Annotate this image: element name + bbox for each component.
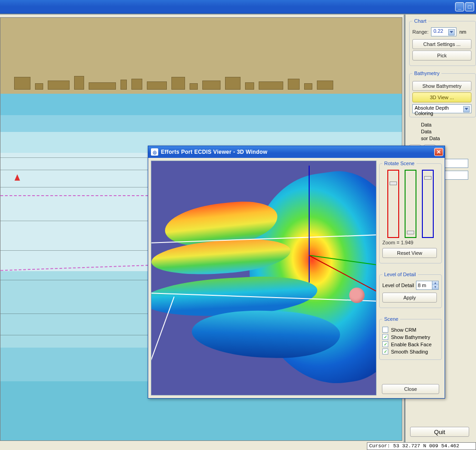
chevron-down-icon <box>450 31 453 33</box>
scene-group: Scene Show CRM ✓ Show Bathymetry ✓ Enabl… <box>379 316 442 360</box>
lod-spinner[interactable]: ▲ ▼ <box>416 281 439 290</box>
quit-button[interactable]: Quit <box>410 427 469 437</box>
lod-label: Level of Detail <box>382 283 414 288</box>
back-face-checkbox[interactable]: ✓ <box>382 341 388 347</box>
dialog-close-button[interactable]: ✕ <box>434 148 443 156</box>
scene-legend: Scene <box>382 316 400 322</box>
sidebar-text-data1: Data <box>421 122 476 127</box>
app-icon: ◎ <box>151 148 158 156</box>
sidebar-text-sor: sor Data <box>421 136 476 141</box>
chart-group: Chart Range: 0.22 nm Chart Settings ... … <box>409 18 476 66</box>
lod-group: Level of Detail Level of Detail ▲ ▼ Appl… <box>379 272 442 308</box>
smooth-shading-checkbox[interactable]: ✓ <box>382 349 388 354</box>
3d-render-viewport[interactable] <box>151 161 376 395</box>
rotate-y-slider[interactable] <box>405 170 416 238</box>
close-button[interactable]: Close <box>382 384 439 394</box>
dialog-titlebar[interactable]: ◎ Efforts Port ECDIS Viewer - 3D Window … <box>148 146 445 158</box>
beacon-icon <box>15 174 20 181</box>
rotate-z-slider[interactable] <box>422 170 434 238</box>
maximize-button[interactable]: □ <box>465 2 474 11</box>
show-bathy-label: Show Bathymetry <box>391 334 430 340</box>
chevron-down-icon <box>465 108 468 110</box>
spinner-up-icon[interactable]: ▲ <box>432 281 438 285</box>
rotate-x-slider[interactable] <box>387 170 399 238</box>
position-marker-icon <box>349 288 365 303</box>
3d-window-dialog: ◎ Efforts Port ECDIS Viewer - 3D Window … <box>148 146 445 399</box>
rotate-legend: Rotate Scene <box>382 161 416 166</box>
smooth-shading-label: Smooth Shading <box>391 349 428 354</box>
cursor-position: Cursor: 53 32.727 N 009 54.462 <box>369 443 459 449</box>
show-crm-label: Show CRM <box>391 327 416 333</box>
bathymetry-group: Bathymetry Show Bathymetry 3D View ... A… <box>409 71 476 117</box>
range-value: 0.22 <box>433 28 443 34</box>
zoom-label: Zoom = 1.949 <box>382 240 439 245</box>
app-titlebar: _ □ <box>0 0 476 14</box>
reset-view-button[interactable]: Reset View <box>382 248 437 258</box>
chart-group-legend: Chart <box>412 18 428 24</box>
status-bar: Cursor: 53 32.727 N 009 54.462 <box>367 442 476 450</box>
apply-button[interactable]: Apply <box>382 293 437 303</box>
bathy-group-legend: Bathymetry <box>412 71 441 76</box>
rotate-scene-group: Rotate Scene Zoom = 1.949 Reset View <box>379 161 442 263</box>
show-bathymetry-button[interactable]: Show Bathymetry <box>412 81 471 91</box>
range-label: Range: <box>412 29 428 35</box>
range-unit: nm <box>459 29 466 35</box>
dialog-title: Efforts Port ECDIS Viewer - 3D Window <box>161 149 431 155</box>
show-bathy-checkbox[interactable]: ✓ <box>382 334 388 340</box>
3d-side-panel: Rotate Scene Zoom = 1.949 Reset View Lev… <box>379 161 442 395</box>
sidebar-text-data2: Data <box>421 129 476 134</box>
coloring-value: Absolute Depth Coloring <box>415 105 449 116</box>
chart-settings-button[interactable]: Chart Settings ... <box>412 39 471 49</box>
minimize-button[interactable]: _ <box>455 2 464 11</box>
coloring-combo[interactable]: Absolute Depth Coloring <box>412 104 471 113</box>
back-face-label: Enable Back Face <box>391 342 431 347</box>
pick-button[interactable]: Pick <box>412 51 471 61</box>
show-crm-checkbox[interactable] <box>382 327 388 333</box>
lod-legend: Level of Detail <box>382 272 418 277</box>
range-combo[interactable]: 0.22 <box>431 27 456 36</box>
lod-value[interactable] <box>416 282 432 289</box>
spinner-down-icon[interactable]: ▼ <box>432 285 438 289</box>
3d-view-button[interactable]: 3D View ... <box>412 92 471 102</box>
land-buildings <box>0 35 402 90</box>
